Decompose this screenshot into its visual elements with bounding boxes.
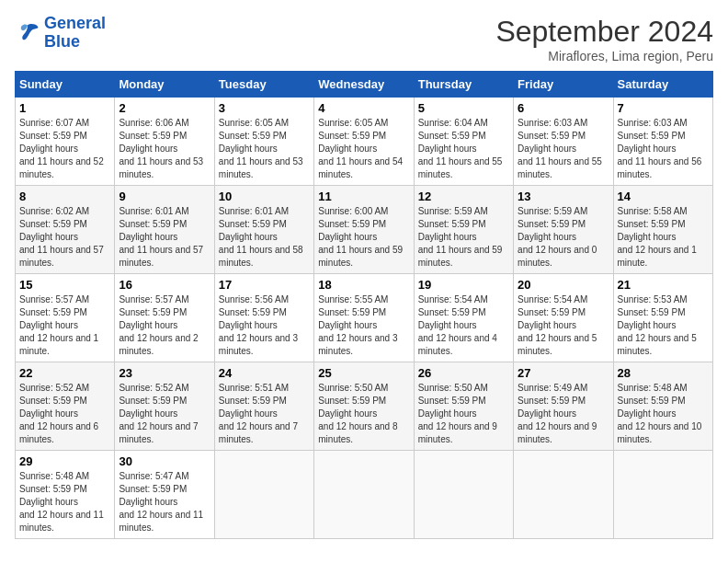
day-cell bbox=[514, 451, 613, 539]
week-row-5: 29 Sunrise: 5:48 AM Sunset: 5:59 PM Dayl… bbox=[16, 451, 713, 539]
day-number: 3 bbox=[219, 101, 310, 115]
day-number: 10 bbox=[219, 190, 310, 203]
day-detail: Sunrise: 6:05 AM Sunset: 5:59 PM Dayligh… bbox=[318, 117, 409, 181]
header-saturday: Saturday bbox=[613, 72, 712, 98]
day-detail: Sunrise: 5:55 AM Sunset: 5:59 PM Dayligh… bbox=[318, 293, 409, 358]
day-detail: Sunrise: 5:47 AM Sunset: 5:59 PM Dayligh… bbox=[119, 470, 210, 534]
day-detail: Sunrise: 5:51 AM Sunset: 5:59 PM Dayligh… bbox=[219, 382, 310, 446]
day-number: 20 bbox=[518, 278, 609, 292]
title-block: September 2024 Miraflores, Lima region, … bbox=[495, 15, 713, 63]
day-detail: Sunrise: 5:57 AM Sunset: 5:59 PM Dayligh… bbox=[119, 293, 210, 358]
day-cell: 8 Sunrise: 6:02 AM Sunset: 5:59 PM Dayli… bbox=[16, 186, 115, 274]
day-detail: Sunrise: 6:05 AM Sunset: 5:59 PM Dayligh… bbox=[219, 117, 310, 181]
day-cell: 21 Sunrise: 5:53 AM Sunset: 5:59 PM Dayl… bbox=[613, 274, 712, 362]
logo-icon bbox=[15, 20, 40, 46]
day-cell bbox=[214, 451, 313, 539]
day-detail: Sunrise: 5:58 AM Sunset: 5:59 PM Dayligh… bbox=[618, 205, 709, 270]
day-cell: 29 Sunrise: 5:48 AM Sunset: 5:59 PM Dayl… bbox=[16, 451, 115, 539]
day-cell: 13 Sunrise: 5:59 AM Sunset: 5:59 PM Dayl… bbox=[514, 186, 613, 274]
day-cell: 18 Sunrise: 5:55 AM Sunset: 5:59 PM Dayl… bbox=[314, 274, 414, 362]
day-detail: Sunrise: 5:59 AM Sunset: 5:59 PM Dayligh… bbox=[518, 205, 609, 270]
day-cell: 24 Sunrise: 5:51 AM Sunset: 5:59 PM Dayl… bbox=[214, 362, 313, 451]
day-detail: Sunrise: 6:01 AM Sunset: 5:59 PM Dayligh… bbox=[219, 205, 310, 270]
day-detail: Sunrise: 6:03 AM Sunset: 5:59 PM Dayligh… bbox=[618, 117, 709, 181]
day-cell: 12 Sunrise: 5:59 AM Sunset: 5:59 PM Dayl… bbox=[414, 186, 513, 274]
month-title: September 2024 bbox=[495, 15, 713, 49]
day-number: 4 bbox=[318, 101, 409, 115]
header-monday: Monday bbox=[115, 72, 214, 98]
day-number: 11 bbox=[318, 190, 409, 203]
location: Miraflores, Lima region, Peru bbox=[495, 49, 713, 63]
week-row-3: 15 Sunrise: 5:57 AM Sunset: 5:59 PM Dayl… bbox=[16, 274, 713, 362]
day-cell bbox=[314, 451, 414, 539]
page-header: General Blue September 2024 Miraflores, … bbox=[15, 15, 713, 63]
day-detail: Sunrise: 5:54 AM Sunset: 5:59 PM Dayligh… bbox=[418, 293, 509, 358]
day-cell: 23 Sunrise: 5:52 AM Sunset: 5:59 PM Dayl… bbox=[115, 362, 214, 451]
day-cell: 5 Sunrise: 6:04 AM Sunset: 5:59 PM Dayli… bbox=[414, 98, 513, 186]
day-number: 5 bbox=[418, 101, 509, 115]
day-number: 23 bbox=[119, 366, 210, 380]
day-cell: 28 Sunrise: 5:48 AM Sunset: 5:59 PM Dayl… bbox=[613, 362, 712, 451]
day-number: 12 bbox=[418, 190, 509, 203]
day-detail: Sunrise: 6:02 AM Sunset: 5:59 PM Dayligh… bbox=[19, 205, 110, 270]
day-cell: 15 Sunrise: 5:57 AM Sunset: 5:59 PM Dayl… bbox=[16, 274, 115, 362]
day-number: 16 bbox=[119, 278, 210, 292]
day-detail: Sunrise: 5:48 AM Sunset: 5:59 PM Dayligh… bbox=[618, 382, 709, 446]
day-number: 8 bbox=[19, 190, 110, 203]
day-detail: Sunrise: 5:52 AM Sunset: 5:59 PM Dayligh… bbox=[19, 382, 110, 446]
day-cell: 11 Sunrise: 6:00 AM Sunset: 5:59 PM Dayl… bbox=[314, 186, 414, 274]
day-cell: 9 Sunrise: 6:01 AM Sunset: 5:59 PM Dayli… bbox=[115, 186, 214, 274]
day-number: 7 bbox=[618, 101, 709, 115]
day-detail: Sunrise: 5:52 AM Sunset: 5:59 PM Dayligh… bbox=[119, 382, 210, 446]
day-number: 17 bbox=[219, 278, 310, 292]
day-detail: Sunrise: 5:54 AM Sunset: 5:59 PM Dayligh… bbox=[518, 293, 609, 358]
day-detail: Sunrise: 5:56 AM Sunset: 5:59 PM Dayligh… bbox=[219, 293, 310, 358]
day-cell bbox=[613, 451, 712, 539]
logo: General Blue bbox=[15, 15, 106, 52]
day-number: 24 bbox=[219, 366, 310, 380]
day-number: 1 bbox=[19, 101, 110, 115]
day-cell: 16 Sunrise: 5:57 AM Sunset: 5:59 PM Dayl… bbox=[115, 274, 214, 362]
day-number: 2 bbox=[119, 101, 210, 115]
header-wednesday: Wednesday bbox=[314, 72, 414, 98]
day-detail: Sunrise: 6:03 AM Sunset: 5:59 PM Dayligh… bbox=[518, 117, 609, 181]
week-row-1: 1 Sunrise: 6:07 AM Sunset: 5:59 PM Dayli… bbox=[16, 98, 713, 186]
day-cell bbox=[414, 451, 513, 539]
day-cell: 25 Sunrise: 5:50 AM Sunset: 5:59 PM Dayl… bbox=[314, 362, 414, 451]
day-detail: Sunrise: 6:06 AM Sunset: 5:59 PM Dayligh… bbox=[119, 117, 210, 181]
day-number: 26 bbox=[418, 366, 509, 380]
day-number: 28 bbox=[618, 366, 709, 380]
day-number: 29 bbox=[19, 454, 110, 468]
day-number: 9 bbox=[119, 190, 210, 203]
day-number: 21 bbox=[618, 278, 709, 292]
day-number: 18 bbox=[318, 278, 409, 292]
week-row-2: 8 Sunrise: 6:02 AM Sunset: 5:59 PM Dayli… bbox=[16, 186, 713, 274]
day-detail: Sunrise: 6:07 AM Sunset: 5:59 PM Dayligh… bbox=[19, 117, 110, 181]
day-cell: 19 Sunrise: 5:54 AM Sunset: 5:59 PM Dayl… bbox=[414, 274, 513, 362]
day-cell: 4 Sunrise: 6:05 AM Sunset: 5:59 PM Dayli… bbox=[314, 98, 414, 186]
day-cell: 1 Sunrise: 6:07 AM Sunset: 5:59 PM Dayli… bbox=[16, 98, 115, 186]
day-cell: 6 Sunrise: 6:03 AM Sunset: 5:59 PM Dayli… bbox=[514, 98, 613, 186]
week-row-4: 22 Sunrise: 5:52 AM Sunset: 5:59 PM Dayl… bbox=[16, 362, 713, 451]
header-friday: Friday bbox=[514, 72, 613, 98]
day-detail: Sunrise: 5:59 AM Sunset: 5:59 PM Dayligh… bbox=[418, 205, 509, 270]
day-cell: 14 Sunrise: 5:58 AM Sunset: 5:59 PM Dayl… bbox=[613, 186, 712, 274]
logo-text: General Blue bbox=[44, 15, 106, 52]
day-cell: 10 Sunrise: 6:01 AM Sunset: 5:59 PM Dayl… bbox=[214, 186, 313, 274]
day-number: 27 bbox=[518, 366, 609, 380]
day-number: 13 bbox=[518, 190, 609, 203]
day-number: 6 bbox=[518, 101, 609, 115]
day-detail: Sunrise: 5:57 AM Sunset: 5:59 PM Dayligh… bbox=[19, 293, 110, 358]
day-number: 25 bbox=[318, 366, 409, 380]
day-number: 30 bbox=[119, 454, 210, 468]
day-cell: 3 Sunrise: 6:05 AM Sunset: 5:59 PM Dayli… bbox=[214, 98, 313, 186]
day-cell: 20 Sunrise: 5:54 AM Sunset: 5:59 PM Dayl… bbox=[514, 274, 613, 362]
header-row: SundayMondayTuesdayWednesdayThursdayFrid… bbox=[16, 72, 713, 98]
day-detail: Sunrise: 5:48 AM Sunset: 5:59 PM Dayligh… bbox=[19, 470, 110, 534]
day-detail: Sunrise: 5:53 AM Sunset: 5:59 PM Dayligh… bbox=[618, 293, 709, 358]
day-number: 19 bbox=[418, 278, 509, 292]
day-detail: Sunrise: 5:49 AM Sunset: 5:59 PM Dayligh… bbox=[518, 382, 609, 446]
day-cell: 2 Sunrise: 6:06 AM Sunset: 5:59 PM Dayli… bbox=[115, 98, 214, 186]
day-cell: 22 Sunrise: 5:52 AM Sunset: 5:59 PM Dayl… bbox=[16, 362, 115, 451]
day-cell: 27 Sunrise: 5:49 AM Sunset: 5:59 PM Dayl… bbox=[514, 362, 613, 451]
